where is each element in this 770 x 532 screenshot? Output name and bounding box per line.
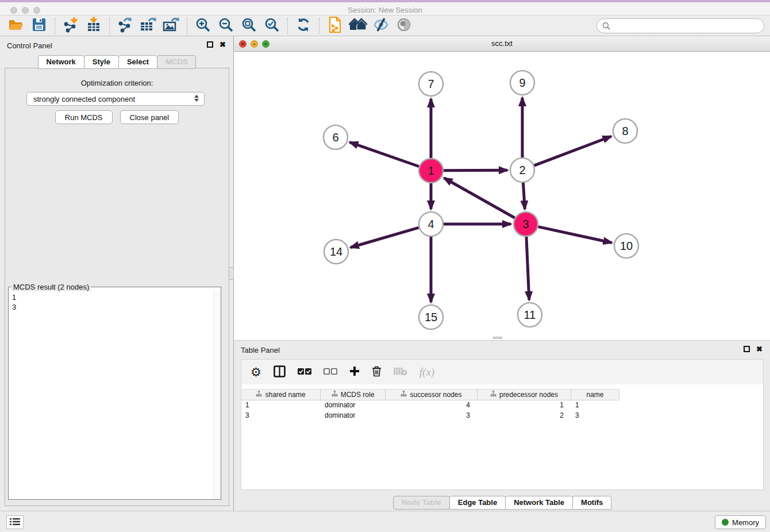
save-session-button[interactable] <box>28 17 51 35</box>
select-all-icon <box>298 368 311 377</box>
node-2[interactable]: 2 <box>510 158 534 182</box>
table-cell[interactable]: 1 <box>241 401 321 409</box>
table-cell[interactable]: dominator <box>321 411 386 419</box>
panel-splitter-handle[interactable] <box>229 267 234 280</box>
toggle-style-button[interactable] <box>369 17 392 35</box>
result-line: 1 <box>12 292 213 302</box>
node-9[interactable]: 9 <box>510 71 534 95</box>
table-cell[interactable]: 3 <box>386 411 478 419</box>
float-table-panel-icon[interactable] <box>744 346 750 352</box>
node-14[interactable]: 14 <box>324 240 348 264</box>
column-header-mcds-role[interactable]: MCDS role <box>321 390 386 400</box>
view-resize-handle[interactable] <box>493 337 502 339</box>
node-4[interactable]: 4 <box>419 212 443 236</box>
tab-style[interactable]: Style <box>84 55 119 69</box>
edge-1-6[interactable] <box>350 142 419 167</box>
table-row[interactable]: 1dominator411 <box>241 400 763 410</box>
edge-1-2[interactable] <box>444 170 507 171</box>
export-network-button[interactable] <box>114 17 137 35</box>
search-input[interactable] <box>614 20 764 32</box>
column-header-shared-name[interactable]: shared name <box>241 390 321 400</box>
network-graph[interactable]: 1234678910111415 <box>234 52 770 340</box>
search-box[interactable] <box>596 18 764 33</box>
node-11[interactable]: 11 <box>518 303 542 327</box>
table-cell[interactable]: 1 <box>478 401 571 409</box>
zoom-in-button[interactable] <box>191 17 214 35</box>
result-scrollbar[interactable] <box>214 291 221 499</box>
show-graphics-button[interactable] <box>392 17 415 35</box>
delete-table-button[interactable] <box>394 364 407 381</box>
table-cell[interactable]: 1 <box>571 401 619 409</box>
table-cell[interactable]: 3 <box>571 411 619 419</box>
table-cell[interactable]: dominator <box>321 401 386 409</box>
edge-3-11[interactable] <box>526 237 529 300</box>
add-column-button[interactable] <box>349 364 360 381</box>
tab-select[interactable]: Select <box>118 55 157 69</box>
eye-icon <box>395 17 413 34</box>
deselect-all-button[interactable] <box>324 364 337 381</box>
table-row[interactable]: 3dominator323 <box>241 410 763 421</box>
tab-mcds[interactable]: MCDS <box>157 55 196 69</box>
function-builder-button[interactable]: f(x) <box>419 364 434 381</box>
select-all-button[interactable] <box>298 364 311 381</box>
toolbar-separator <box>287 18 288 34</box>
node-6[interactable]: 6 <box>324 125 348 149</box>
table-body: 1dominator4113dominator323 <box>241 400 763 421</box>
node-7[interactable]: 7 <box>419 72 443 96</box>
node-10[interactable]: 10 <box>614 234 638 258</box>
edge-2-8[interactable] <box>534 136 611 165</box>
table-cell[interactable]: 2 <box>478 411 571 419</box>
network-canvas[interactable]: 1234678910111415 <box>234 52 770 340</box>
document-network-icon <box>328 16 342 35</box>
zoom-selected-button[interactable] <box>260 17 283 35</box>
import-network-button[interactable] <box>59 17 82 35</box>
table-cell[interactable]: 4 <box>386 401 478 409</box>
export-table-button[interactable] <box>137 17 160 35</box>
minimize-view-icon[interactable]: − <box>251 40 258 48</box>
maximize-view-icon[interactable]: + <box>262 40 270 48</box>
task-history-button[interactable] <box>6 515 24 529</box>
network-file-button[interactable] <box>324 17 346 35</box>
column-header-name[interactable]: name <box>571 390 619 400</box>
home-networks-button[interactable] <box>346 17 369 35</box>
trash-icon <box>372 365 382 379</box>
table-settings-button[interactable]: ⚙ <box>251 364 261 381</box>
close-table-panel-icon[interactable]: ✖ <box>756 346 763 352</box>
edge-4-14[interactable] <box>351 228 419 248</box>
memory-status-icon <box>722 519 729 526</box>
edge-3-1[interactable] <box>444 178 515 218</box>
tab-node-table[interactable]: Node Table <box>393 496 450 510</box>
import-table-button[interactable] <box>82 17 105 35</box>
edge-2-3[interactable] <box>523 183 525 209</box>
criterion-select[interactable]: strongly connected component <box>26 92 205 106</box>
zoom-out-icon <box>218 17 234 34</box>
node-1[interactable]: 1 <box>419 159 443 183</box>
run-mcds-button[interactable]: Run MCDS <box>55 110 113 124</box>
node-8[interactable]: 8 <box>613 119 637 143</box>
tab-network-table[interactable]: Network Table <box>505 496 573 510</box>
float-panel-icon[interactable] <box>207 41 213 48</box>
close-view-icon[interactable]: ✕ <box>239 40 247 48</box>
node-3[interactable]: 3 <box>514 212 538 236</box>
refresh-layout-button[interactable] <box>292 17 315 35</box>
close-panel-button[interactable]: Close panel <box>120 110 179 124</box>
network-window-titlebar[interactable]: ✕ − + scc.txt <box>234 36 770 52</box>
column-header-predecessor-nodes[interactable]: predecessor nodes <box>478 390 571 400</box>
zoom-out-button[interactable] <box>214 17 237 35</box>
tab-edge-table[interactable]: Edge Table <box>449 496 506 510</box>
memory-button[interactable]: Memory <box>715 515 766 529</box>
delete-column-button[interactable] <box>372 364 382 381</box>
node-label: 7 <box>428 78 434 90</box>
column-header-successor-nodes[interactable]: successor nodes <box>386 390 478 400</box>
table-cell[interactable]: 3 <box>241 411 321 419</box>
mcds-tab-pane: Optimization criterion: strongly connect… <box>5 68 229 506</box>
export-image-button[interactable] <box>160 17 183 35</box>
show-columns-button[interactable] <box>274 364 286 381</box>
close-panel-icon[interactable]: ✖ <box>220 41 226 48</box>
tab-network[interactable]: Network <box>38 55 84 69</box>
zoom-fit-button[interactable] <box>237 17 260 35</box>
edge-3-10[interactable] <box>538 227 611 243</box>
node-15[interactable]: 15 <box>419 305 443 329</box>
tab-motifs[interactable]: Motifs <box>572 496 611 510</box>
open-session-button[interactable] <box>5 17 28 35</box>
